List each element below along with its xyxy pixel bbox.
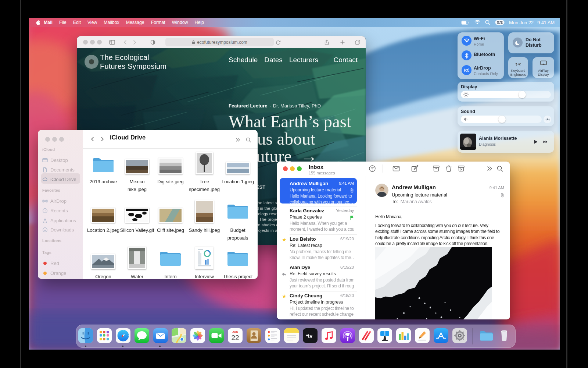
svg-text:tv: tv (308, 333, 313, 339)
svg-text:22: 22 (231, 334, 239, 342)
svg-text:JUN: JUN (232, 330, 238, 333)
